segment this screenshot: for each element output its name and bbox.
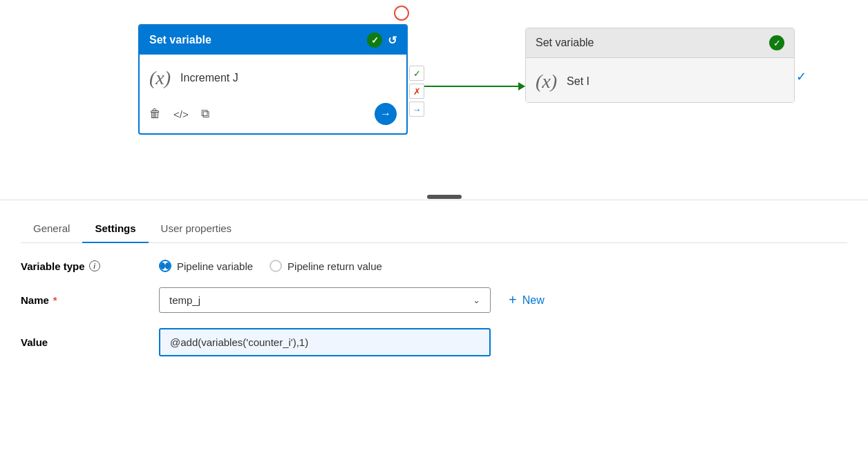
new-button[interactable]: + New (509, 292, 545, 308)
card-left-header: Set variable ✓ ↺ (140, 26, 406, 55)
value-label: Value (21, 336, 159, 348)
radio-pipeline-return-circle (270, 260, 282, 272)
plus-icon: + (509, 292, 517, 308)
name-controls: temp_j ⌄ + New (159, 287, 847, 313)
tab-settings[interactable]: Settings (82, 215, 148, 242)
collapse-handle[interactable] (427, 195, 462, 199)
card-right-header: Set variable ✓ (526, 28, 794, 58)
value-input[interactable] (159, 328, 491, 356)
card-left-label: Increment J (180, 72, 238, 84)
name-row: Name * temp_j ⌄ + New (21, 287, 847, 313)
refresh-icon[interactable]: ↺ (388, 34, 397, 47)
variable-icon-left: (x) (149, 67, 171, 89)
tab-bar: General Settings User properties (21, 200, 847, 243)
info-icon[interactable]: i (89, 260, 100, 271)
bottom-panel: General Settings User properties Variabl… (0, 200, 868, 356)
variable-type-controls: Pipeline variable Pipeline return value (159, 260, 847, 272)
card-right-label: Set I (567, 75, 589, 88)
value-controls (159, 328, 847, 356)
tab-user-properties[interactable]: User properties (149, 215, 245, 242)
next-arrow-button[interactable]: → (375, 103, 397, 125)
code-icon[interactable]: </> (173, 108, 189, 120)
name-label: Name * (21, 294, 159, 306)
chevron-down-icon: ⌄ (473, 295, 480, 305)
copy-icon[interactable]: ⧉ (201, 107, 209, 121)
connector-green-check[interactable]: ✓ (409, 66, 424, 81)
radio-pipeline-return[interactable]: Pipeline return value (270, 260, 382, 272)
card-left-title: Set variable (149, 34, 211, 46)
top-connector[interactable] (394, 6, 409, 21)
right-panel-check[interactable]: ✓ (796, 69, 806, 84)
variable-icon-right: (x) (536, 70, 557, 93)
connector-red-x[interactable]: ✗ (409, 84, 424, 99)
connector-buttons: ✓ ✗ → (409, 66, 424, 117)
arrow-connection (424, 86, 525, 87)
variable-type-label: Variable type i (21, 260, 159, 272)
card-left-header-right: ✓ ↺ (367, 32, 397, 48)
arrow-icon: → (380, 108, 391, 120)
card-right-body: (x) Set I (526, 58, 794, 102)
card-right-check-badge: ✓ (769, 35, 784, 50)
name-dropdown[interactable]: temp_j ⌄ (159, 287, 491, 313)
card-set-variable-left: Set variable ✓ ↺ (x) Increment J 🗑 </> ⧉… (138, 24, 408, 135)
radio-group: Pipeline variable Pipeline return value (159, 260, 382, 272)
card-right-title: Set variable (536, 37, 594, 49)
variable-type-row: Variable type i Pipeline variable Pipeli… (21, 260, 847, 272)
value-row: Value (21, 328, 847, 356)
card-left-body: (x) Increment J (140, 55, 406, 99)
canvas-area: Set variable ✓ ↺ (x) Increment J 🗑 </> ⧉… (0, 0, 868, 200)
radio-pipeline-variable-circle (159, 260, 171, 272)
connector-blue-arrow[interactable]: → (409, 102, 424, 117)
delete-icon[interactable]: 🗑 (149, 107, 161, 121)
radio-pipeline-variable[interactable]: Pipeline variable (159, 260, 253, 272)
card-set-variable-right: Set variable ✓ (x) Set I (525, 28, 795, 103)
card-left-footer: 🗑 </> ⧉ → (140, 99, 406, 133)
tab-general[interactable]: General (21, 215, 82, 242)
required-indicator: * (53, 294, 57, 306)
card-left-check-badge: ✓ (367, 32, 382, 48)
